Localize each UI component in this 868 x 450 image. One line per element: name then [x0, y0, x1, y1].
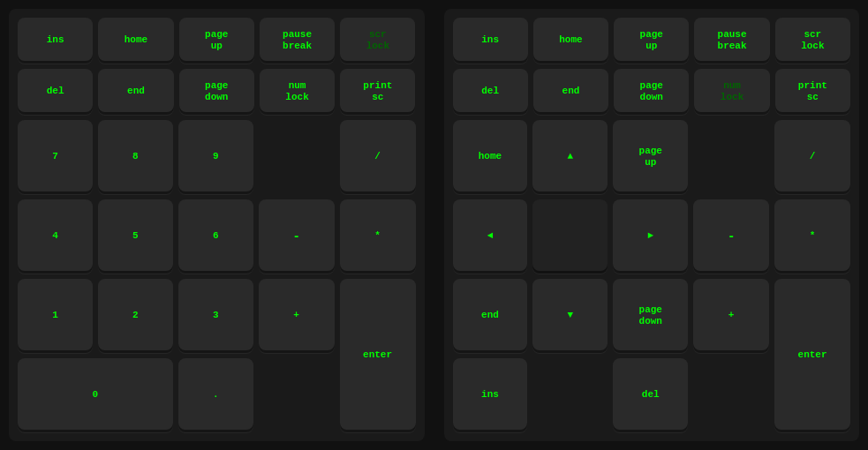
key-numlock[interactable]: numlock	[260, 69, 335, 115]
key-plus[interactable]: +	[259, 279, 335, 353]
key-minus[interactable]: -	[259, 199, 335, 274]
key-6[interactable]: 6	[178, 199, 253, 274]
key-home[interactable]: home	[98, 18, 173, 64]
key-4[interactable]: 4	[18, 199, 93, 274]
key-divide[interactable]: /	[340, 120, 416, 194]
key-2[interactable]: 2	[98, 279, 173, 353]
panel-divider	[432, 9, 437, 441]
key-plus-r[interactable]: +	[693, 279, 769, 353]
key-minus-r[interactable]: -	[693, 199, 769, 274]
right-row-1: ins home pageup pausebreak scrlock	[453, 18, 851, 64]
key-numlock-r[interactable]: numlock	[694, 69, 769, 115]
key-multiply[interactable]: *	[340, 199, 416, 274]
key-home-r[interactable]: home	[533, 18, 608, 64]
spacer-r2	[693, 358, 769, 432]
key-ins-nav[interactable]: INS	[453, 358, 528, 432]
key-end-r[interactable]: end	[533, 69, 608, 115]
key-scrlock-r[interactable]: scrlock	[775, 18, 850, 64]
right-row-2: del end pagedown numlock printsc	[453, 69, 851, 115]
left-panel: ins home pageup pausebreak scrlock del e…	[9, 9, 425, 441]
key-del-nav[interactable]: del	[613, 358, 688, 432]
key-del-r[interactable]: del	[453, 69, 528, 115]
key-enter[interactable]: enter	[340, 279, 416, 432]
key-dot[interactable]: .	[178, 358, 253, 432]
key-del[interactable]: del	[18, 69, 93, 115]
key-pausebreak[interactable]: pausebreak	[260, 18, 335, 64]
key-blank-nav	[532, 199, 608, 274]
key-pageup-r[interactable]: pageup	[614, 18, 689, 64]
key-printsc[interactable]: printsc	[340, 69, 415, 115]
key-7[interactable]: 7	[18, 120, 93, 194]
key-scrlock[interactable]: scrlock	[340, 18, 415, 64]
keyboard-panels: ins home pageup pausebreak scrlock del e…	[0, 0, 868, 450]
key-pagedown-r[interactable]: pagedown	[614, 69, 689, 115]
key-end[interactable]: end	[98, 69, 173, 115]
key-pagedown-nav[interactable]: pagedown	[613, 279, 688, 353]
key-pausebreak-r[interactable]: pausebreak	[694, 18, 769, 64]
key-divide-r[interactable]: /	[774, 120, 850, 194]
key-pageup-nav[interactable]: pageup	[613, 120, 688, 194]
key-9[interactable]: 9	[178, 120, 253, 194]
key-ins[interactable]: ins	[18, 18, 93, 64]
key-home-nav[interactable]: HOME	[453, 120, 528, 194]
key-0[interactable]: 0	[18, 358, 173, 432]
key-pagedown[interactable]: pagedown	[179, 69, 254, 115]
key-arrow-up[interactable]: ▲	[532, 120, 608, 194]
spacer-2	[259, 358, 335, 432]
key-arrow-down[interactable]: ▼	[532, 279, 608, 353]
key-8[interactable]: 8	[98, 120, 173, 194]
key-enter-r[interactable]: enter	[774, 279, 850, 432]
right-panel: ins home pageup pausebreak scrlock del e…	[444, 9, 860, 441]
key-printsc-r[interactable]: printsc	[775, 69, 850, 115]
spacer-r1	[693, 120, 769, 194]
key-5[interactable]: 5	[98, 199, 173, 274]
spacer-1	[259, 120, 335, 194]
left-row-1: ins home pageup pausebreak scrlock	[18, 18, 416, 64]
key-1[interactable]: 1	[18, 279, 93, 353]
key-pageup[interactable]: pageup	[179, 18, 254, 64]
key-arrow-right[interactable]: ►	[613, 199, 688, 274]
key-multiply-r[interactable]: *	[774, 199, 850, 274]
key-3[interactable]: 3	[178, 279, 253, 353]
left-row-2: del end pagedown numlock printsc	[18, 69, 416, 115]
key-ins-r[interactable]: ins	[453, 18, 528, 64]
key-end-nav[interactable]: end	[453, 279, 528, 353]
spacer-nav	[532, 358, 608, 432]
key-arrow-left[interactable]: ◄	[453, 199, 528, 274]
